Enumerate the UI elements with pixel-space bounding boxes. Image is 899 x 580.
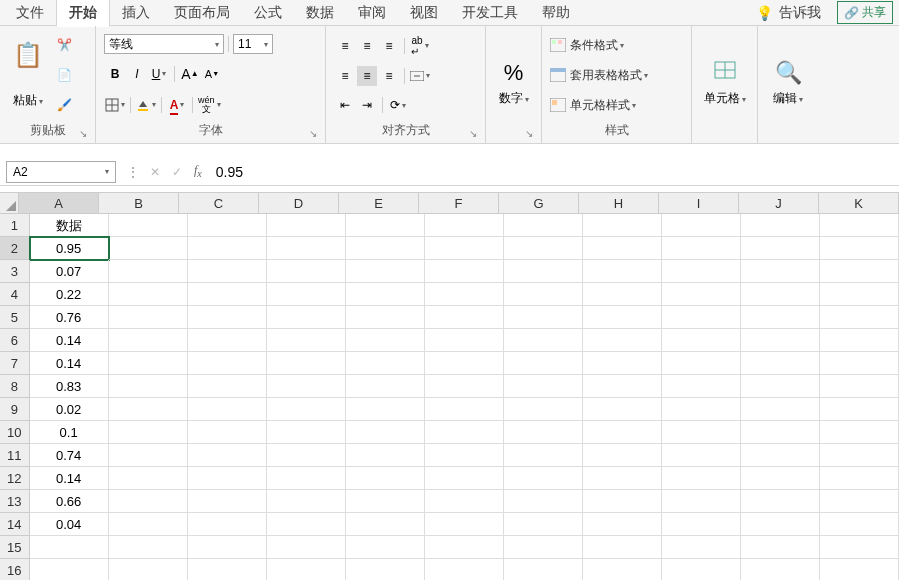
cell-D10[interactable] bbox=[267, 421, 346, 444]
formula-input[interactable] bbox=[208, 161, 899, 183]
cell-B8[interactable] bbox=[109, 375, 188, 398]
cell-K12[interactable] bbox=[820, 467, 899, 490]
cell-G3[interactable] bbox=[504, 260, 583, 283]
cell-C12[interactable] bbox=[188, 467, 267, 490]
shrink-font-button[interactable]: A▼ bbox=[202, 64, 222, 84]
cell-H9[interactable] bbox=[583, 398, 662, 421]
cut-icon[interactable]: ✂️ bbox=[54, 35, 74, 55]
tab-review[interactable]: 审阅 bbox=[346, 0, 398, 26]
cell-H10[interactable] bbox=[583, 421, 662, 444]
cell-I5[interactable] bbox=[662, 306, 741, 329]
cell-F6[interactable] bbox=[425, 329, 504, 352]
align-bottom-icon[interactable]: ≡ bbox=[379, 36, 399, 56]
cell-A2[interactable]: 0.95 bbox=[30, 237, 109, 260]
col-header-G[interactable]: G bbox=[499, 193, 579, 213]
cell-B9[interactable] bbox=[109, 398, 188, 421]
cell-D6[interactable] bbox=[267, 329, 346, 352]
cell-B3[interactable] bbox=[109, 260, 188, 283]
col-header-J[interactable]: J bbox=[739, 193, 819, 213]
conditional-format-button[interactable]: 条件格式 bbox=[550, 35, 683, 56]
cell-H11[interactable] bbox=[583, 444, 662, 467]
cell-F2[interactable] bbox=[425, 237, 504, 260]
cell-H1[interactable] bbox=[583, 214, 662, 237]
tab-file[interactable]: 文件 bbox=[4, 0, 56, 26]
cell-E2[interactable] bbox=[346, 237, 425, 260]
cell-G8[interactable] bbox=[504, 375, 583, 398]
font-color-button[interactable]: A bbox=[167, 95, 187, 115]
cell-G5[interactable] bbox=[504, 306, 583, 329]
cell-C8[interactable] bbox=[188, 375, 267, 398]
cell-G10[interactable] bbox=[504, 421, 583, 444]
wrap-text-button[interactable]: ab↵ bbox=[410, 35, 430, 57]
row-header-1[interactable]: 1 bbox=[0, 214, 30, 237]
cell-J8[interactable] bbox=[741, 375, 820, 398]
cell-D11[interactable] bbox=[267, 444, 346, 467]
cell-B1[interactable] bbox=[109, 214, 188, 237]
cell-I4[interactable] bbox=[662, 283, 741, 306]
cell-I8[interactable] bbox=[662, 375, 741, 398]
cell-J3[interactable] bbox=[741, 260, 820, 283]
cell-G7[interactable] bbox=[504, 352, 583, 375]
indent-inc-icon[interactable]: ⇥ bbox=[357, 95, 377, 115]
fill-color-button[interactable] bbox=[136, 95, 156, 115]
cell-B16[interactable] bbox=[109, 559, 188, 580]
row-header-8[interactable]: 8 bbox=[0, 375, 30, 398]
cell-D4[interactable] bbox=[267, 283, 346, 306]
cell-F9[interactable] bbox=[425, 398, 504, 421]
cell-K14[interactable] bbox=[820, 513, 899, 536]
cell-D9[interactable] bbox=[267, 398, 346, 421]
cell-A12[interactable]: 0.14 bbox=[30, 467, 109, 490]
cell-G2[interactable] bbox=[504, 237, 583, 260]
cell-A7[interactable]: 0.14 bbox=[30, 352, 109, 375]
align-right-icon[interactable]: ≡ bbox=[379, 66, 399, 86]
cell-H13[interactable] bbox=[583, 490, 662, 513]
cell-D7[interactable] bbox=[267, 352, 346, 375]
cell-C4[interactable] bbox=[188, 283, 267, 306]
cell-J2[interactable] bbox=[741, 237, 820, 260]
cell-B14[interactable] bbox=[109, 513, 188, 536]
cell-H15[interactable] bbox=[583, 536, 662, 559]
cell-I12[interactable] bbox=[662, 467, 741, 490]
underline-button[interactable]: U bbox=[149, 64, 169, 84]
cell-D2[interactable] bbox=[267, 237, 346, 260]
row-header-10[interactable]: 10 bbox=[0, 421, 30, 444]
cell-A1[interactable]: 数据 bbox=[30, 214, 109, 237]
table-format-button[interactable]: 套用表格格式 bbox=[550, 65, 683, 86]
cell-J10[interactable] bbox=[741, 421, 820, 444]
cell-B5[interactable] bbox=[109, 306, 188, 329]
cell-I2[interactable] bbox=[662, 237, 741, 260]
cell-H16[interactable] bbox=[583, 559, 662, 580]
cell-F11[interactable] bbox=[425, 444, 504, 467]
cell-J11[interactable] bbox=[741, 444, 820, 467]
fx-icon[interactable]: fx bbox=[188, 163, 208, 179]
cell-E5[interactable] bbox=[346, 306, 425, 329]
cell-D16[interactable] bbox=[267, 559, 346, 580]
cell-B15[interactable] bbox=[109, 536, 188, 559]
cell-E12[interactable] bbox=[346, 467, 425, 490]
align-launcher[interactable]: ↘ bbox=[469, 128, 477, 139]
cell-F12[interactable] bbox=[425, 467, 504, 490]
cell-J5[interactable] bbox=[741, 306, 820, 329]
cell-K13[interactable] bbox=[820, 490, 899, 513]
cell-H14[interactable] bbox=[583, 513, 662, 536]
cell-F4[interactable] bbox=[425, 283, 504, 306]
font-size-select[interactable]: 11▾ bbox=[233, 34, 273, 54]
cell-E8[interactable] bbox=[346, 375, 425, 398]
cell-G11[interactable] bbox=[504, 444, 583, 467]
format-painter-icon[interactable]: 🖌️ bbox=[54, 95, 74, 115]
cell-K15[interactable] bbox=[820, 536, 899, 559]
cell-A11[interactable]: 0.74 bbox=[30, 444, 109, 467]
cell-B4[interactable] bbox=[109, 283, 188, 306]
cell-K9[interactable] bbox=[820, 398, 899, 421]
cell-J14[interactable] bbox=[741, 513, 820, 536]
cell-J12[interactable] bbox=[741, 467, 820, 490]
cell-C3[interactable] bbox=[188, 260, 267, 283]
cell-E14[interactable] bbox=[346, 513, 425, 536]
cell-I13[interactable] bbox=[662, 490, 741, 513]
cell-A4[interactable]: 0.22 bbox=[30, 283, 109, 306]
align-left-icon[interactable]: ≡ bbox=[335, 66, 355, 86]
cell-E1[interactable] bbox=[346, 214, 425, 237]
orientation-button[interactable]: ⟳ bbox=[388, 95, 408, 115]
cell-K8[interactable] bbox=[820, 375, 899, 398]
cell-H6[interactable] bbox=[583, 329, 662, 352]
